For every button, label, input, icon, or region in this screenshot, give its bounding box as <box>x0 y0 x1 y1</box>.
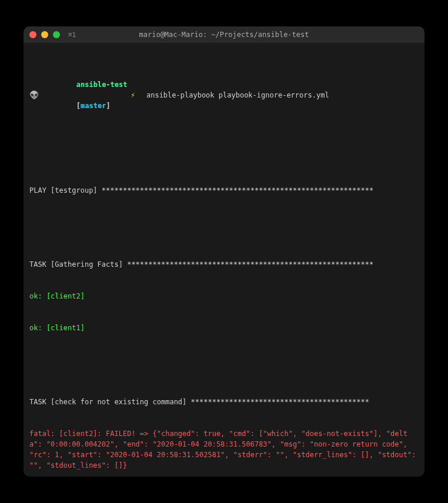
output-line: ok: [client2] <box>29 291 419 301</box>
fatal-output: fatal: [client2]: FAILED! => {"changed":… <box>29 428 419 471</box>
branch-open: [ <box>76 102 81 110</box>
titlebar: ⌘1 mario@Mac-Mario: ~/Projects/ansible-t… <box>24 26 424 43</box>
prompt-dir: ansible-test <box>76 81 128 89</box>
terminal-body[interactable]: 👽 ansible-test [master] ⚡ ansible-playbo… <box>24 43 424 477</box>
traffic-lights <box>29 31 60 38</box>
git-branch: master <box>81 102 106 110</box>
prompt-line: 👽 ansible-test [master] ⚡ ansible-playbo… <box>29 69 419 122</box>
bolt-icon: ⚡ <box>131 90 135 100</box>
play-header: PLAY [testgroup] ***********************… <box>29 185 419 196</box>
maximize-icon[interactable] <box>53 31 60 38</box>
output-line: ok: [client1] <box>29 323 419 333</box>
task-gather-header: TASK [Gathering Facts] *****************… <box>29 259 419 270</box>
tab-label: ⌘1 <box>68 31 76 39</box>
minimize-icon[interactable] <box>41 31 48 38</box>
terminal-window: ⌘1 mario@Mac-Mario: ~/Projects/ansible-t… <box>24 26 424 477</box>
task-check-header: TASK [check for not existing command] **… <box>29 397 419 407</box>
command-text: ansible-playbook playbook-ignore-errors.… <box>146 90 329 100</box>
branch-close: ] <box>106 102 110 110</box>
close-icon[interactable] <box>29 31 36 38</box>
window-title: mario@Mac-Mario: ~/Projects/ansible-test <box>139 31 309 39</box>
prompt-icon: 👽 <box>29 89 39 101</box>
